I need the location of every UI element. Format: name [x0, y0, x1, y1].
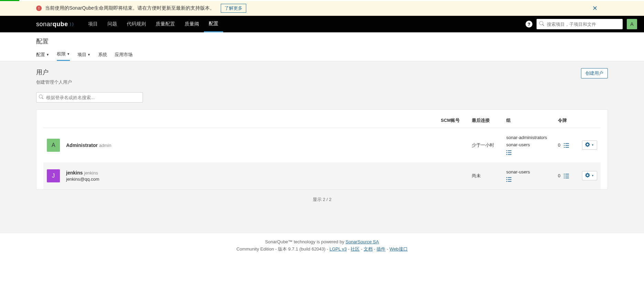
svg-rect-19: [565, 174, 569, 174]
nav-item[interactable]: 配置: [204, 16, 223, 32]
filter-search-icon: [39, 95, 43, 100]
footer-sonarsource-link[interactable]: SonarSource SA: [345, 239, 379, 244]
nav-item[interactable]: 质量阈: [180, 16, 204, 32]
global-search-input[interactable]: [537, 19, 623, 29]
upgrade-banner: ! 当前使用的SonarQube生命周期即将结束。请在方便时更新至最新的支持版本…: [0, 1, 644, 16]
col-scm: SCM账号: [437, 113, 468, 128]
chevron-down-icon: ▼: [67, 52, 70, 56]
user-avatar: A: [47, 139, 60, 152]
footer-link[interactable]: 文档: [364, 246, 373, 252]
svg-rect-21: [565, 176, 569, 177]
svg-rect-3: [508, 152, 511, 153]
list-icon[interactable]: [564, 173, 569, 180]
subnav-item[interactable]: 配置▼: [36, 48, 49, 61]
page-title: 用户: [36, 68, 72, 76]
user-login: jenkins: [84, 170, 98, 176]
svg-rect-15: [508, 179, 511, 180]
svg-rect-18: [564, 174, 565, 174]
user-avatar-button[interactable]: A: [627, 19, 637, 29]
nav-item[interactable]: 项目: [83, 16, 103, 32]
footer-link[interactable]: Web接口: [389, 246, 408, 252]
col-actions: [579, 113, 601, 128]
users-panel: SCM账号 最后连接 组 令牌 A Administratoradmin 少于一…: [36, 109, 608, 190]
svg-rect-8: [564, 145, 565, 146]
chevron-down-icon: ▼: [87, 53, 91, 56]
gear-icon: [585, 142, 590, 148]
user-actions-button[interactable]: ▼: [582, 171, 597, 180]
svg-rect-23: [565, 178, 569, 178]
col-groups: 组: [503, 113, 554, 128]
group-name: sonar-users: [506, 141, 551, 149]
logo-suffix: qube: [53, 21, 68, 28]
footer-link[interactable]: 社区: [351, 246, 360, 252]
banner-text: 当前使用的SonarQube生命周期即将结束。请在方便时更新至最新的支持版本。: [45, 5, 215, 11]
last-connection-cell: 少于一小时: [468, 128, 503, 162]
nav-item[interactable]: 质量配置: [151, 16, 180, 32]
learn-more-link[interactable]: 了解更多: [221, 4, 246, 13]
groups-cell: sonar-users: [503, 162, 554, 190]
user-email: jenkins@qq.com: [66, 177, 99, 182]
logo[interactable]: sonarqube ⟯⟯: [36, 21, 75, 28]
subnav-item[interactable]: 应用市场: [115, 48, 133, 61]
list-icon[interactable]: [564, 143, 569, 149]
subnav-item[interactable]: 项目▼: [77, 48, 91, 61]
gear-icon: [585, 173, 590, 179]
subnav-item[interactable]: 系统: [98, 48, 107, 61]
table-row: A Administratoradmin 少于一小时sonar-administ…: [43, 128, 601, 162]
create-user-button[interactable]: 创建用户: [581, 68, 608, 78]
svg-rect-10: [564, 147, 565, 148]
user-filter-input[interactable]: [36, 92, 143, 103]
user-name: jenkins: [66, 170, 83, 176]
help-icon[interactable]: ?: [526, 21, 532, 28]
col-tokens: 令牌: [554, 113, 579, 128]
svg-rect-0: [506, 150, 507, 151]
main-content: 用户 创建管理个人用户 创建用户 SCM账号 最后连接 组 令牌 A: [0, 61, 644, 233]
search-icon: [539, 21, 544, 27]
chevron-down-icon: ▼: [46, 53, 49, 56]
svg-rect-16: [506, 181, 507, 182]
svg-rect-13: [508, 177, 511, 178]
svg-rect-9: [565, 145, 569, 146]
footer-edition-text: Community Edition - 版本 9.7.1 (build 6204…: [236, 246, 329, 252]
footer-link[interactable]: 插件: [376, 246, 385, 252]
user-avatar: J: [47, 169, 60, 182]
table-row: J jenkinsjenkins jenkins@qq.com 尚未sonar-…: [43, 162, 601, 190]
list-icon[interactable]: [506, 177, 511, 183]
svg-rect-22: [564, 178, 565, 178]
group-name: sonar-users: [506, 169, 551, 176]
svg-rect-7: [565, 143, 569, 144]
svg-rect-6: [564, 143, 565, 144]
list-icon[interactable]: [506, 150, 511, 156]
users-table: SCM账号 最后连接 组 令牌 A Administratoradmin 少于一…: [43, 113, 601, 189]
alert-icon: !: [36, 6, 42, 11]
logo-wave-icon: ⟯⟯: [70, 21, 75, 27]
scm-cell: [437, 162, 468, 190]
tokens-cell: 0: [554, 128, 579, 162]
groups-cell: sonar-administratorssonar-users: [503, 128, 554, 162]
col-user: [43, 113, 437, 128]
nav-item[interactable]: 问题: [103, 16, 122, 32]
nav-item[interactable]: 代码规则: [122, 16, 151, 32]
result-count: 显示 2 / 2: [36, 190, 608, 210]
svg-rect-4: [506, 154, 507, 155]
svg-rect-14: [506, 179, 507, 180]
tokens-cell: 0: [554, 162, 579, 190]
svg-rect-20: [564, 176, 565, 177]
svg-rect-5: [508, 154, 511, 155]
token-count: 0: [558, 173, 560, 178]
close-icon[interactable]: ✕: [592, 4, 598, 12]
chevron-down-icon: ▼: [591, 144, 594, 147]
footer-link[interactable]: LGPL v3: [330, 246, 347, 252]
user-name: Administrator: [66, 142, 98, 148]
admin-title: 配置: [36, 32, 608, 48]
page-description: 创建管理个人用户: [36, 79, 72, 85]
user-actions-button[interactable]: ▼: [582, 140, 597, 150]
user-login: admin: [99, 143, 111, 148]
subnav-item[interactable]: 权限▼: [57, 48, 70, 61]
footer-powered-text: SonarQube™ technology is powered by: [265, 239, 345, 244]
chevron-down-icon: ▼: [591, 174, 594, 177]
main-navbar: sonarqube ⟯⟯ 项目问题代码规则质量配置质量阈配置 ? A: [0, 16, 644, 32]
last-connection-cell: 尚未: [468, 162, 503, 190]
admin-subheader: 配置 配置▼权限▼项目▼系统应用市场: [0, 32, 644, 61]
footer: SonarQube™ technology is powered by Sona…: [0, 233, 644, 258]
